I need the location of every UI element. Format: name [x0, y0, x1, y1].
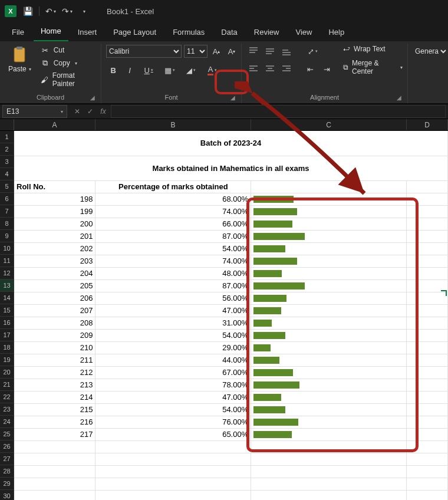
cell[interactable]: 207 — [14, 304, 95, 317]
cell[interactable] — [407, 478, 448, 490]
row-header[interactable]: 3 — [0, 156, 14, 168]
cell[interactable] — [95, 490, 251, 500]
cell[interactable] — [407, 490, 448, 500]
cell[interactable] — [251, 428, 407, 440]
cell[interactable] — [95, 478, 251, 490]
row-header[interactable]: 19 — [0, 354, 14, 366]
cell[interactable] — [407, 379, 448, 391]
cell[interactable] — [251, 218, 407, 230]
fill-color-button[interactable]: ◢▾ — [182, 64, 200, 77]
cell[interactable]: 212 — [14, 366, 95, 379]
cell[interactable]: 74.00% — [95, 255, 251, 267]
cell[interactable] — [251, 193, 407, 205]
col-header-d[interactable]: D — [407, 119, 448, 130]
row-header[interactable]: 4 — [0, 168, 14, 180]
row-header[interactable]: 9 — [0, 230, 14, 242]
cell[interactable] — [251, 465, 407, 478]
row-header[interactable]: 15 — [0, 304, 14, 317]
cell[interactable] — [251, 317, 407, 329]
cell[interactable] — [251, 341, 407, 354]
format-painter-button[interactable]: 🖌Format Painter — [38, 71, 96, 88]
cell[interactable] — [95, 465, 251, 478]
tab-page-layout[interactable]: Page Layout — [106, 24, 163, 41]
row-header[interactable]: 16 — [0, 317, 14, 329]
cell[interactable] — [251, 230, 407, 242]
cell[interactable] — [407, 440, 448, 453]
tab-home[interactable]: Home — [34, 23, 68, 41]
redo-button[interactable]: ↷▾ — [61, 5, 74, 18]
alignment-launcher-icon[interactable]: ◢ — [397, 94, 401, 101]
cell[interactable]: 201 — [14, 230, 95, 242]
font-color-button[interactable]: A▾ — [203, 64, 222, 77]
cell[interactable] — [407, 255, 448, 267]
row-header[interactable]: 28 — [0, 465, 14, 478]
row-header[interactable]: 11 — [0, 255, 14, 267]
tab-formulas[interactable]: Formulas — [166, 24, 212, 41]
increase-font-button[interactable]: A▴ — [210, 45, 223, 58]
tab-data[interactable]: Data — [214, 24, 244, 41]
cells-area[interactable]: Batch of 2023-24Marks obtained in Mahema… — [14, 131, 448, 500]
row-header[interactable]: 2 — [0, 143, 14, 156]
cell[interactable]: 211 — [14, 354, 95, 366]
font-name-select[interactable]: Calibri — [106, 45, 182, 58]
cell[interactable]: 217 — [14, 428, 95, 440]
col-header-c[interactable]: C — [251, 119, 407, 130]
cell[interactable]: 198 — [14, 193, 95, 205]
cell[interactable] — [407, 242, 448, 255]
cancel-formula-button[interactable]: ✕ — [72, 107, 83, 116]
cell[interactable] — [251, 267, 407, 279]
row-header[interactable]: 5 — [0, 180, 14, 193]
cell[interactable]: 54.00% — [95, 242, 251, 255]
cell[interactable]: 213 — [14, 379, 95, 391]
cell[interactable]: 47.00% — [95, 304, 251, 317]
cell[interactable] — [407, 230, 448, 242]
formula-input[interactable] — [111, 105, 446, 118]
row-header[interactable]: 1 — [0, 131, 14, 143]
cell[interactable] — [407, 428, 448, 440]
qat-customize-button[interactable]: ▾ — [77, 5, 90, 18]
cell[interactable]: 74.00% — [95, 205, 251, 218]
cell[interactable]: 200 — [14, 218, 95, 230]
row-header[interactable]: 30 — [0, 490, 14, 500]
undo-button[interactable]: ↶▾ — [44, 5, 57, 18]
cell[interactable] — [407, 205, 448, 218]
cell[interactable]: 48.00% — [95, 267, 251, 279]
cell[interactable]: 205 — [14, 279, 95, 292]
cell[interactable] — [14, 490, 95, 500]
cell[interactable] — [14, 465, 95, 478]
align-bottom-button[interactable] — [279, 45, 294, 58]
cell[interactable] — [14, 453, 95, 465]
cell[interactable]: 203 — [14, 255, 95, 267]
col-header-a[interactable]: A — [14, 119, 95, 130]
insert-function-button[interactable]: fx — [98, 107, 108, 116]
cell[interactable] — [407, 267, 448, 279]
row-header[interactable]: 10 — [0, 242, 14, 255]
cell[interactable] — [95, 453, 251, 465]
copy-button[interactable]: ⧉Copy▾ — [38, 58, 96, 68]
cell[interactable]: Roll No. — [14, 180, 95, 193]
tab-help[interactable]: Help — [321, 24, 351, 41]
merge-center-button[interactable]: ⧉Merge & Center▾ — [343, 59, 403, 75]
cell[interactable] — [407, 317, 448, 329]
cell[interactable] — [407, 354, 448, 366]
cell[interactable] — [407, 329, 448, 341]
cell[interactable]: 210 — [14, 341, 95, 354]
cell[interactable] — [407, 218, 448, 230]
cell[interactable] — [251, 180, 407, 193]
clipboard-launcher-icon[interactable]: ◢ — [90, 94, 95, 101]
tab-insert[interactable]: Insert — [71, 24, 104, 41]
cell[interactable]: 29.00% — [95, 341, 251, 354]
cell[interactable]: 204 — [14, 267, 95, 279]
row-header[interactable]: 27 — [0, 453, 14, 465]
font-launcher-icon[interactable]: ◢ — [230, 94, 235, 101]
enter-formula-button[interactable]: ✓ — [85, 107, 95, 116]
cell[interactable] — [251, 304, 407, 317]
underline-button[interactable]: U▾ — [139, 64, 158, 77]
cell[interactable] — [251, 292, 407, 304]
cell[interactable]: 67.00% — [95, 366, 251, 379]
row-header[interactable]: 29 — [0, 478, 14, 490]
bold-button[interactable]: B — [106, 64, 120, 77]
row-header[interactable]: 20 — [0, 366, 14, 379]
cell[interactable]: 54.00% — [95, 403, 251, 416]
cell[interactable] — [251, 379, 407, 391]
